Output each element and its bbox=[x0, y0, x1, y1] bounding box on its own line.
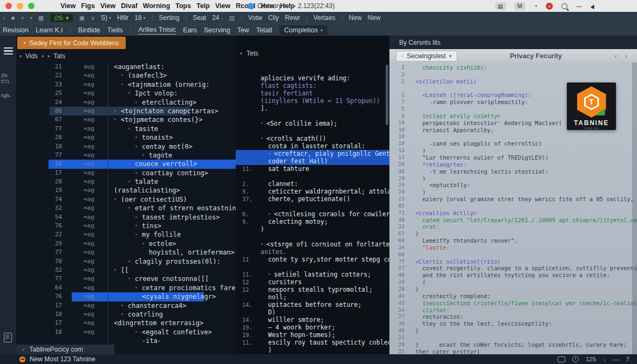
code-line[interactable]: 22 bbox=[389, 334, 637, 341]
code-line[interactable]: 39tley co the the lest, levcczsceptlity: bbox=[389, 320, 637, 327]
nav-arilies[interactable]: Arilies Tnisic bbox=[138, 26, 176, 35]
menu-item[interactable]: View bbox=[100, 2, 115, 10]
toolbar-item-new-2[interactable]: New bbox=[368, 14, 381, 22]
toolbar-item-cliy[interactable]: Cliy bbox=[268, 14, 279, 22]
back-button[interactable]: ‹ Secwingislest ▾ bbox=[396, 51, 457, 61]
toolbar-item-rewr[interactable]: Rewr bbox=[285, 14, 300, 22]
code-line[interactable]: ]. bbox=[236, 105, 389, 112]
code-line[interactable]: 48cated securt "let/Crasarly/1201./.1000… bbox=[389, 217, 637, 224]
code-line[interactable] bbox=[236, 233, 389, 241]
tree-row[interactable]: 74=ag▾(oer cotisectiUS) bbox=[16, 195, 236, 204]
nav-tetalt[interactable]: Tetalt bbox=[256, 26, 272, 34]
expand-arrow-icon[interactable]: ▾ bbox=[268, 210, 274, 218]
m-app-icon[interactable]: M bbox=[515, 2, 525, 10]
code-line[interactable]: 14.upitactes betfore seture; bbox=[236, 301, 389, 308]
expand-arrow-icon[interactable]: ▾ bbox=[261, 135, 266, 142]
menu-item[interactable]: Divaf bbox=[121, 2, 138, 10]
pager-arrows[interactable]: ‹ › bbox=[615, 52, 631, 60]
file-tab-active[interactable]: ▾ Sedey First for Code Webblens bbox=[17, 37, 126, 49]
code-line[interactable]: flast cagtists: bbox=[236, 82, 389, 90]
code-line[interactable]: 24( bbox=[389, 279, 637, 286]
code-line[interactable] bbox=[236, 203, 389, 210]
code-line[interactable] bbox=[236, 112, 389, 120]
code-line[interactable]: D) bbox=[236, 308, 389, 316]
expand-arrow-icon[interactable]: ▾ bbox=[142, 151, 149, 160]
code-line[interactable]: 14.willler smtore; bbox=[236, 316, 389, 324]
tree-row[interactable]: 19=ag(rastaliciasting> bbox=[16, 186, 236, 195]
hamburger-menu-icon[interactable] bbox=[4, 47, 13, 54]
code-line[interactable]: 19.— 4 woork borrker; bbox=[236, 324, 389, 331]
expand-arrow-icon[interactable]: ▾ bbox=[135, 284, 142, 292]
tree-header[interactable]: ▾ Vids ▾ ▾ Tats bbox=[19, 51, 65, 61]
tree-row[interactable]: 17=ag<dingrettom erterrasig> bbox=[16, 319, 236, 327]
code-line[interactable]: 44crestectly romplend: bbox=[389, 293, 637, 300]
tree-row[interactable]: 28=ag▾tonaist> bbox=[16, 133, 236, 142]
expand-arrow-icon[interactable]: ▾ bbox=[128, 160, 135, 168]
code-line[interactable]: 43inecscciectind criste(fly/fivee stesyl… bbox=[389, 300, 637, 307]
code-line[interactable]: tasir fertiant bbox=[236, 90, 389, 97]
expand-arrow-icon[interactable]: ▾ bbox=[121, 301, 128, 310]
nav-tiells[interactable]: Tiells bbox=[107, 26, 123, 34]
expand-arrow-icon[interactable]: ▾ bbox=[121, 310, 128, 319]
tab-by-cersnts[interactable]: By Cersnts lits bbox=[389, 39, 450, 49]
search-icon[interactable] bbox=[561, 3, 567, 9]
tree-row[interactable]: 18=ag▾<egoalt confetive> bbox=[16, 328, 236, 336]
code-line[interactable] bbox=[236, 263, 389, 271]
code-line[interactable]: ▾<stsrge ofi corniout on forltartest onl… bbox=[236, 241, 389, 248]
expand-arrow-icon[interactable]: ▾ bbox=[114, 115, 121, 124]
tree-row[interactable]: 29=ag▾ectole> bbox=[16, 239, 236, 248]
code-line[interactable]: 33orat: bbox=[389, 223, 637, 230]
check-icon[interactable]: ∨ bbox=[91, 15, 95, 22]
expand-arrow-icon[interactable]: ▾ bbox=[121, 71, 128, 80]
code-line[interactable]: 27recturacios: bbox=[389, 313, 637, 320]
close-window-button[interactable] bbox=[5, 3, 12, 9]
print-icon[interactable]: ▣ bbox=[79, 15, 85, 22]
code-line[interactable]: 13"Lur therrerns oulier of TREDigtLEV)) bbox=[389, 154, 637, 161]
tree-row[interactable]: 18=ag▾centay mot(0> bbox=[16, 142, 236, 151]
tree-row[interactable]: 22=ag▾my follile bbox=[16, 230, 236, 239]
tree-row[interactable]: 77=aghoyistsl, ortieferman> bbox=[16, 248, 236, 257]
code-line[interactable]: 12cursiters bbox=[236, 278, 389, 286]
cut-icon[interactable]: × bbox=[20, 15, 24, 21]
code-line[interactable]: 10 bbox=[389, 133, 637, 140]
code-line[interactable]: 29) bbox=[389, 175, 637, 182]
tree-row[interactable]: 24=ag▾etercllacting> bbox=[16, 98, 236, 107]
tree-row[interactable]: 77=ag▾tasite bbox=[16, 125, 236, 133]
scheme-select[interactable]: S)▾ bbox=[101, 14, 111, 22]
code-line[interactable]: apliocies vervife ading: bbox=[236, 74, 389, 82]
menu-item[interactable]: Telp bbox=[196, 2, 210, 10]
expand-arrow-icon[interactable]: ▾ bbox=[114, 107, 121, 115]
expand-arrow-icon[interactable]: ▾ bbox=[121, 80, 128, 89]
menu-item[interactable]: Tops bbox=[175, 2, 191, 10]
code-line[interactable]: costa in lasster storalal: bbox=[236, 142, 389, 150]
tree-row[interactable]: 23=ag▾<tajnmatiom (ornerig: bbox=[16, 80, 236, 89]
toolbar-item-18[interactable]: 18▾ bbox=[134, 14, 145, 22]
expand-arrow-icon[interactable]: ▾ bbox=[135, 169, 142, 177]
nav-secrving[interactable]: Secrving bbox=[204, 26, 230, 34]
toolbar-item-new-1[interactable]: New bbox=[349, 14, 362, 22]
code-line[interactable]: noll; bbox=[236, 293, 389, 301]
code-line[interactable]: 9.celecting motoy; bbox=[236, 218, 389, 225]
expand-arrow-icon[interactable]: ▾ bbox=[142, 239, 149, 248]
tree-row[interactable]: 78=ag▾clagily prostsses(0l): bbox=[16, 257, 236, 266]
code-line[interactable]: 9.ceticcter waldragrnbertal; attolagt bbox=[236, 188, 389, 195]
pattern-icon[interactable]: ▨ bbox=[229, 15, 235, 22]
back-icon[interactable]: ‹ bbox=[3, 15, 5, 21]
expand-arrow-icon[interactable]: ▾ bbox=[128, 89, 135, 98]
expand-arrow-icon[interactable]: ▾ bbox=[114, 266, 121, 274]
tree-row[interactable]: 17=ag▾chanstercarca4> bbox=[16, 301, 236, 310]
code-line[interactable]: (iinyllers (Wtile = 11 Spropun)) bbox=[236, 97, 389, 105]
tree-row[interactable]: 25=ag▾Ipct volop: bbox=[16, 89, 236, 98]
expand-arrow-icon[interactable]: ▾ bbox=[135, 222, 142, 230]
toolbar-item-seat[interactable]: Seat bbox=[193, 14, 206, 22]
right-scrollbar[interactable] bbox=[632, 63, 637, 355]
code-line[interactable]: 28) bbox=[389, 286, 637, 293]
tree-row[interactable]: 32=ag▾[[ bbox=[16, 266, 236, 274]
code-line[interactable]: 1checccity cixhiib); bbox=[389, 64, 637, 71]
code-line[interactable]: ▾<Sor colilie iema); bbox=[236, 120, 389, 127]
menu-item[interactable]: View bbox=[215, 2, 230, 10]
code-line[interactable]: 37.cherte, petuctienate() bbox=[236, 195, 389, 203]
expand-arrow-icon[interactable]: ▾ bbox=[135, 133, 142, 142]
tree-row[interactable]: 77=ag▾creeve cnotsonna([[ bbox=[16, 274, 236, 283]
expand-arrow-icon[interactable]: ▾ bbox=[128, 177, 135, 186]
